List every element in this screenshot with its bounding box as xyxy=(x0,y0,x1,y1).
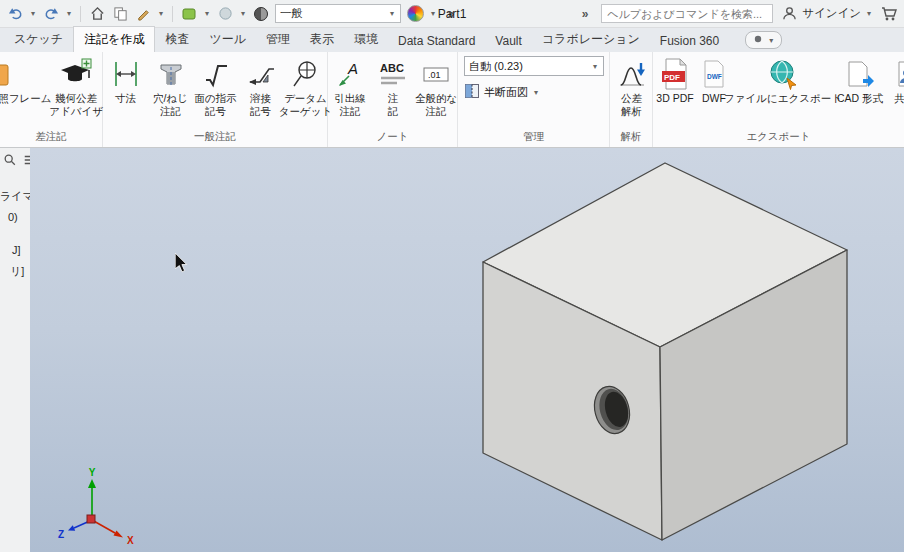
surface-texture-icon xyxy=(201,56,231,92)
surface-texture-label-1: 面の指示 xyxy=(194,92,236,105)
export-to-file-label: ファイルにエクスポート xyxy=(724,92,842,105)
redo-icon[interactable] xyxy=(42,5,60,23)
axis-label-x: X xyxy=(127,535,134,546)
chevrons-right-icon[interactable]: » xyxy=(442,5,460,23)
expand-chevrons-icon[interactable]: » xyxy=(576,5,594,23)
half-section-caret[interactable]: ▾ xyxy=(532,88,540,97)
hole-note-icon xyxy=(156,56,186,92)
browser-search-icon[interactable] xyxy=(3,153,17,170)
mouse-cursor xyxy=(175,253,189,274)
tab-collaboration[interactable]: コラボレーション xyxy=(532,27,650,52)
note-abc-icon: ABC xyxy=(378,56,408,92)
shared-views-label: 共有ビ xyxy=(894,92,904,105)
color-wheel-caret[interactable]: ▾ xyxy=(429,9,437,18)
tab-environments[interactable]: 環境 xyxy=(344,27,388,52)
tab-vault[interactable]: Vault xyxy=(485,30,531,52)
tab-manage[interactable]: 管理 xyxy=(256,27,300,52)
dwf-icon: DWF xyxy=(700,56,728,92)
sign-in-caret[interactable]: ▾ xyxy=(865,9,873,18)
tolerance-advisor-button[interactable]: 幾何公差 アドバイザ xyxy=(50,52,102,117)
checker-circle-icon[interactable] xyxy=(252,5,270,23)
shared-views-button[interactable]: 共有ビ xyxy=(885,52,904,105)
tab-inspect[interactable]: 検査 xyxy=(155,27,199,52)
hole-thread-note-button[interactable]: 穴/ねじ 注記 xyxy=(148,52,193,117)
tab-create-annotation[interactable]: 注記を作成 xyxy=(73,26,155,52)
panel-label-tolerance: 差注記 xyxy=(0,130,102,144)
surface-texture-button[interactable]: 面の指示 記号 xyxy=(193,52,238,117)
appearance-combobox[interactable]: 一般 ▾ xyxy=(275,4,401,23)
weld-symbol-button[interactable]: 溶接 記号 xyxy=(238,52,283,117)
datum-target-icon xyxy=(291,56,321,92)
dimension-icon xyxy=(111,56,141,92)
redo-dropdown-caret[interactable]: ▾ xyxy=(65,9,73,18)
browser-tree-item[interactable]: リ] xyxy=(10,264,24,279)
auto-tolerance-caret[interactable]: ▾ xyxy=(591,62,599,71)
datum-target-button[interactable]: データム ターゲット xyxy=(283,52,328,117)
color-wheel-icon[interactable] xyxy=(406,5,424,23)
half-section-label: 半断面図 xyxy=(484,85,528,100)
panel-export: PDF 3D PDF DWF DWF ファイルにエクスポート xyxy=(653,52,904,147)
leader-note-button[interactable]: A 引出線 注記 xyxy=(328,52,372,117)
appearance-sphere-icon[interactable] xyxy=(216,5,234,23)
leader-note-label-1: 引出線 xyxy=(334,92,366,105)
tab-view[interactable]: 表示 xyxy=(300,27,344,52)
undo-dropdown-caret[interactable]: ▾ xyxy=(29,9,37,18)
copy-icon[interactable] xyxy=(111,5,129,23)
axis-label-y: Y xyxy=(89,467,96,478)
cart-icon[interactable] xyxy=(880,5,898,23)
ribbon-options-caret[interactable]: ▾ xyxy=(767,36,775,45)
tolerance-advisor-label-2: アドバイザ xyxy=(49,105,103,118)
axis-label-z: Z xyxy=(58,529,64,540)
appearance-combobox-value: 一般 xyxy=(280,6,303,21)
help-search-input[interactable] xyxy=(601,4,773,23)
appearance-combobox-caret[interactable]: ▾ xyxy=(388,9,396,18)
datum-target-label-2: ターゲット xyxy=(279,105,332,118)
titlebar-right-cluster: » サインイン ▾ xyxy=(576,4,898,23)
tab-tools[interactable]: ツール xyxy=(199,27,256,52)
ribbon: 照フレーム 幾何公差 アドバイザ 差注記 寸法 xyxy=(0,52,904,148)
browser-tree-item[interactable]: J] xyxy=(12,244,21,256)
weld-symbol-label-1: 溶接 xyxy=(250,92,271,105)
appearance-dropdown-caret[interactable]: ▾ xyxy=(239,9,247,18)
dimension-button[interactable]: 寸法 xyxy=(103,52,148,105)
3d-pdf-label: 3D PDF xyxy=(656,92,693,105)
material-dropdown-caret[interactable]: ▾ xyxy=(203,9,211,18)
dwf-label: DWF xyxy=(702,92,726,105)
tab-data-standard[interactable]: Data Standard xyxy=(388,30,485,52)
browser-tree-item[interactable]: 0) xyxy=(8,211,18,223)
tolerance-analysis-label-2: 解析 xyxy=(621,105,642,118)
auto-tolerance-combobox[interactable]: 自動 (0.23) ▾ xyxy=(464,56,604,76)
home-icon[interactable] xyxy=(88,5,106,23)
material-icon[interactable] xyxy=(180,5,198,23)
half-section-view-button[interactable]: 半断面図 ▾ xyxy=(464,83,609,101)
undo-icon[interactable] xyxy=(6,5,24,23)
tolerance-analysis-button[interactable]: 公差 解析 xyxy=(610,52,653,117)
panel-tolerance-annotation: 照フレーム 幾何公差 アドバイザ 差注記 xyxy=(0,52,103,147)
general-note-button[interactable]: .01 全般的な 注記 xyxy=(414,52,458,117)
surface-texture-label-2: 記号 xyxy=(205,105,226,118)
weld-symbol-label-2: 記号 xyxy=(250,105,271,118)
panel-label-general-annotation: 一般注記 xyxy=(103,130,327,144)
export-to-file-button[interactable]: ファイルにエクスポート xyxy=(731,52,835,105)
tab-fusion-360[interactable]: Fusion 360 xyxy=(650,30,729,52)
pen-icon[interactable] xyxy=(134,5,152,23)
sign-in-label: サインイン xyxy=(802,6,861,21)
viewport-canvas[interactable]: Y X Z xyxy=(30,148,904,552)
quick-access-toolbar: ▾ ▾ ▾ ▾ ▾ 一般 ▾ ▾ » xyxy=(0,0,904,28)
note-button[interactable]: ABC 注 記 xyxy=(372,52,414,117)
svg-text:A: A xyxy=(347,60,358,77)
auto-tolerance-value: 自動 (0.23) xyxy=(469,59,523,74)
panel-general-annotation: 寸法 穴/ねじ 注記 面の指示 記号 xyxy=(103,52,328,147)
note-label-2: 記 xyxy=(388,105,399,118)
main-area: ライマリ] 0) J] リ] xyxy=(0,148,904,552)
general-note-label-2: 注記 xyxy=(426,105,447,118)
toolbar-separator xyxy=(80,6,81,22)
cad-format-button[interactable]: CAD 形式 xyxy=(835,52,885,105)
ribbon-options-button[interactable]: ▾ xyxy=(745,31,782,49)
sign-in-button[interactable]: サインイン ▾ xyxy=(780,5,873,23)
tab-sketch[interactable]: スケッチ xyxy=(4,27,73,52)
panel-label-analysis: 解析 xyxy=(610,130,652,144)
leader-note-icon: A xyxy=(335,56,365,92)
pen-dropdown-caret[interactable]: ▾ xyxy=(157,9,165,18)
3d-pdf-button[interactable]: PDF 3D PDF xyxy=(653,52,697,105)
